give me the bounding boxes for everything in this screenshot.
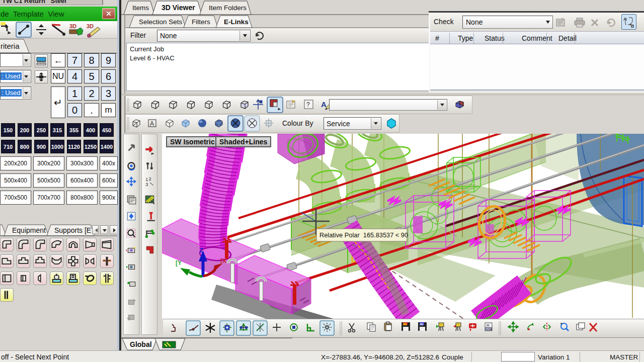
svg-text:A: A xyxy=(150,120,154,127)
svg-text:Global: Global xyxy=(130,340,152,348)
svg-text:3D: 3D xyxy=(420,323,424,326)
svg-text:3D: 3D xyxy=(69,23,76,29)
svg-text:MEP: MEP xyxy=(486,327,492,330)
svg-text:3D Viewer: 3D Viewer xyxy=(162,4,195,12)
svg-text:2: 2 xyxy=(149,176,151,182)
svg-text:[Y: [Y xyxy=(176,259,182,266)
svg-text:Relative Polar 165.83537 < 90: Relative Polar 165.83537 < 90 xyxy=(319,231,408,239)
svg-text:Colour By: Colour By xyxy=(282,119,313,127)
svg-text:E-Links: E-Links xyxy=(224,18,249,26)
svg-text:Filters: Filters xyxy=(192,18,210,26)
svg-text:A: A xyxy=(321,100,327,109)
svg-text:Equipment: Equipment xyxy=(12,226,46,234)
svg-text:B: B xyxy=(631,24,634,29)
svg-text:Item Folders: Item Folders xyxy=(209,4,247,12)
svg-text:Supports [E: Supports [E xyxy=(54,226,91,234)
svg-text:1: 1 xyxy=(145,177,148,182)
svg-text:3D: 3D xyxy=(87,23,94,29)
svg-text:[X: [X xyxy=(220,257,226,264)
svg-text:N: N xyxy=(260,100,262,104)
svg-text:3: 3 xyxy=(145,182,148,187)
svg-text:2D: 2D xyxy=(403,323,407,326)
svg-text:riteria: riteria xyxy=(1,42,20,50)
svg-text:Selection Sets: Selection Sets xyxy=(139,18,183,26)
svg-text:Items: Items xyxy=(132,4,149,12)
svg-text:?: ? xyxy=(306,101,310,108)
